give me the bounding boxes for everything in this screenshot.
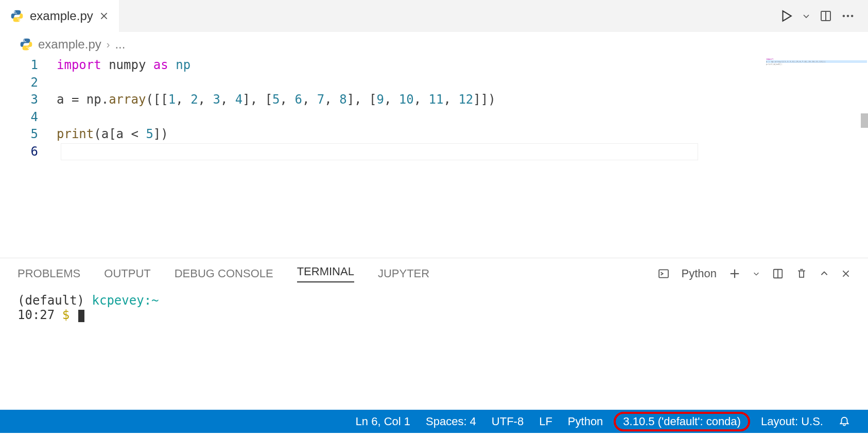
status-python-interpreter[interactable]: 3.10.5 ('default': conda) [614, 412, 750, 431]
more-actions-icon[interactable] [841, 9, 855, 23]
line-number: 4 [0, 109, 38, 126]
line-number: 5 [0, 126, 38, 143]
python-file-icon [20, 38, 33, 51]
close-tab-icon[interactable] [99, 11, 109, 21]
panel-tab-jupyter[interactable]: JUPYTER [378, 267, 429, 280]
terminal-profile-icon[interactable] [658, 268, 669, 279]
breadcrumb-more[interactable]: ... [115, 37, 125, 52]
line-number: 6 [0, 143, 38, 161]
notifications-bell-icon[interactable] [839, 416, 850, 427]
svg-point-1 [19, 20, 20, 21]
breadcrumb-file[interactable]: example.py [38, 37, 101, 52]
terminal-prompt: $ [62, 308, 70, 322]
alias: np [176, 58, 190, 72]
file-tab-label: example.py [30, 9, 93, 23]
number-literal: 5 [146, 127, 153, 141]
new-terminal-icon[interactable] [729, 268, 740, 279]
status-bar: Ln 6, Col 1 Spaces: 4 UTF-8 LF Python 3.… [0, 410, 868, 433]
status-encoding[interactable]: UTF-8 [492, 415, 524, 428]
status-keyboard-layout[interactable]: Layout: U.S. [761, 415, 823, 428]
terminal-dropdown-icon[interactable] [753, 270, 760, 277]
status-cursor-position[interactable]: Ln 6, Col 1 [356, 415, 410, 428]
svg-marker-4 [783, 11, 791, 21]
run-dropdown-icon[interactable] [802, 12, 810, 20]
code-line: a = np.array([[1, 2, 3, 4], [5, 6, 7, 8]… [57, 92, 496, 107]
file-tab-example[interactable]: example.py [0, 0, 119, 32]
run-icon[interactable] [779, 9, 793, 23]
svg-point-9 [851, 15, 854, 18]
keyword-import: import [57, 58, 101, 72]
terminal-path: ~ [151, 293, 159, 308]
svg-point-0 [14, 11, 15, 12]
code-text: ]) [153, 127, 168, 141]
terminal-env: (default) [18, 293, 84, 308]
terminal-kind-label[interactable]: Python [682, 267, 717, 280]
code-editor[interactable]: 1 2 3 4 5 6 import numpy as np a = np.ar… [0, 57, 868, 258]
terminal-userhost: kcpevey: [92, 293, 152, 308]
bottom-panel: PROBLEMS OUTPUT DEBUG CONSOLE TERMINAL J… [0, 258, 868, 410]
python-file-icon [10, 9, 24, 23]
module-name: numpy [109, 58, 146, 72]
line-number-gutter: 1 2 3 4 5 6 [0, 57, 57, 258]
terminal-cursor [78, 310, 84, 322]
code-content[interactable]: import numpy as np a = np.array([[1, 2, … [57, 57, 868, 258]
svg-point-11 [28, 48, 29, 49]
keyword-as: as [153, 58, 168, 72]
kill-terminal-icon[interactable] [796, 268, 807, 279]
split-editor-icon[interactable] [820, 10, 832, 22]
line-number: 2 [0, 74, 38, 92]
panel-tab-debug[interactable]: DEBUG CONSOLE [175, 267, 273, 280]
terminal-time: 10:27 [18, 308, 55, 322]
status-language[interactable]: Python [568, 415, 603, 428]
panel-tab-terminal[interactable]: TERMINAL [297, 265, 354, 282]
panel-tab-bar: PROBLEMS OUTPUT DEBUG CONSOLE TERMINAL J… [0, 258, 868, 289]
scrollbar-thumb[interactable] [861, 113, 868, 128]
status-eol[interactable]: LF [539, 415, 552, 428]
panel-chevron-up-icon[interactable] [820, 269, 829, 278]
svg-point-10 [24, 40, 25, 41]
svg-point-8 [847, 15, 849, 18]
code-text: (a[a < [94, 127, 146, 141]
close-panel-icon[interactable] [841, 269, 850, 278]
editor-tab-bar: example.py [0, 0, 868, 32]
breadcrumb[interactable]: example.py › ... [0, 32, 868, 57]
svg-point-7 [843, 15, 845, 18]
panel-tab-problems[interactable]: PROBLEMS [18, 267, 80, 280]
line-number: 1 [0, 57, 38, 74]
func-print: print [57, 127, 94, 141]
split-terminal-icon[interactable] [772, 268, 784, 279]
minimap[interactable]: import a = np.array([[1,2,3,4],[5,6,7,8]… [765, 57, 868, 253]
panel-tab-output[interactable]: OUTPUT [104, 267, 150, 280]
editor-actions [779, 0, 868, 32]
line-number: 3 [0, 91, 38, 109]
status-indentation[interactable]: Spaces: 4 [426, 415, 476, 428]
panel-actions: Python [658, 267, 851, 280]
chevron-right-icon: › [107, 39, 110, 51]
terminal[interactable]: (default) kcpevey:~ 10:27 $ [0, 289, 868, 410]
